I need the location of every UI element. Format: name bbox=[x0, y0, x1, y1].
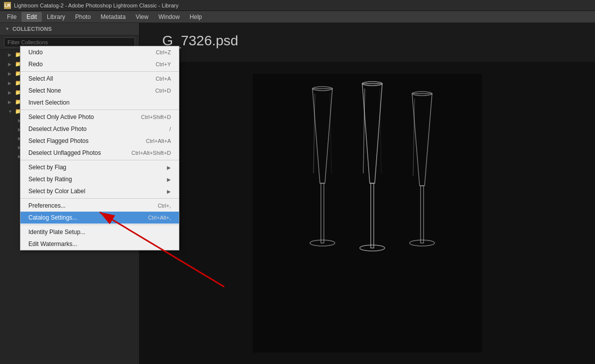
catalog-settings-shortcut: Ctrl+Alt+, bbox=[148, 215, 171, 221]
redo-label: Redo bbox=[28, 61, 43, 68]
select-by-rating-arrow: ▶ bbox=[167, 177, 171, 182]
menu-edit[interactable]: Edit bbox=[21, 12, 42, 22]
svg-rect-0 bbox=[253, 74, 482, 353]
select-by-flag-arrow: ▶ bbox=[167, 165, 171, 170]
edit-watermarks-label: Edit Watermarks... bbox=[28, 241, 77, 247]
expand-arrow-d-studios-2019: ▶ bbox=[8, 100, 13, 105]
menu-section-3: Select Only Active Photo Ctrl+Shift+D De… bbox=[20, 111, 179, 159]
dropdown-menu: Undo Ctrl+Z Redo Ctrl+Y Select All Ctrl+… bbox=[20, 46, 179, 250]
expand-arrow-my-pictures: ▼ bbox=[8, 109, 13, 114]
menu-item-identity-plate[interactable]: Identity Plate Setup... bbox=[20, 226, 179, 238]
menu-item-select-by-rating[interactable]: Select by Rating ▶ bbox=[20, 173, 179, 185]
deselect-active-label: Deselect Active Photo bbox=[28, 125, 87, 132]
expand-arrow-d-studios-2015: ▶ bbox=[8, 62, 13, 67]
select-flagged-label: Select Flagged Photos bbox=[28, 137, 89, 144]
menu-window[interactable]: Window bbox=[153, 12, 185, 22]
select-by-color-arrow: ▶ bbox=[167, 189, 171, 194]
select-only-active-shortcut: Ctrl+Shift+D bbox=[141, 114, 171, 120]
preferences-label: Preferences... bbox=[28, 202, 66, 209]
menu-photo[interactable]: Photo bbox=[70, 12, 96, 22]
catalog-settings-label: Catalog Settings... bbox=[28, 214, 77, 221]
select-none-label: Select None bbox=[28, 87, 61, 94]
menu-section-1: Undo Ctrl+Z Redo Ctrl+Y bbox=[20, 46, 179, 70]
menu-item-preferences[interactable]: Preferences... Ctrl+, bbox=[20, 200, 179, 212]
deselect-active-shortcut: / bbox=[169, 126, 171, 132]
glasses-container bbox=[140, 62, 595, 364]
menu-bar: File Edit Library Photo Metadata View Wi… bbox=[0, 11, 595, 23]
expand-arrow-d-studios-2017: ▶ bbox=[8, 81, 13, 86]
deselect-unflagged-shortcut: Ctrl+Alt+Shift+D bbox=[132, 150, 171, 156]
menu-item-select-none[interactable]: Select None Ctrl+D bbox=[20, 85, 179, 97]
app-icon: LR bbox=[4, 2, 11, 9]
separator-4 bbox=[20, 198, 179, 199]
menu-library[interactable]: Library bbox=[42, 12, 70, 22]
expand-arrow-d-studios-2018: ▶ bbox=[8, 90, 13, 95]
redo-shortcut: Ctrl+Y bbox=[155, 61, 171, 67]
collections-header[interactable]: ▼ Collections bbox=[0, 23, 139, 35]
menu-metadata[interactable]: Metadata bbox=[96, 12, 131, 22]
menu-section-5: Preferences... Ctrl+, Catalog Settings..… bbox=[20, 200, 179, 224]
center-area: _G_7326.psd x 5206 bbox=[140, 23, 595, 364]
select-by-color-label: Select by Color Label bbox=[28, 188, 85, 195]
menu-item-undo[interactable]: Undo Ctrl+Z bbox=[20, 46, 179, 58]
image-dimensions: x 5206 bbox=[154, 49, 580, 57]
menu-item-select-by-flag[interactable]: Select by Flag ▶ bbox=[20, 161, 179, 173]
image-filename: _G_7326.psd bbox=[154, 33, 580, 49]
select-by-flag-label: Select by Flag bbox=[28, 164, 66, 171]
preferences-shortcut: Ctrl+, bbox=[157, 203, 171, 209]
collections-title: Collections bbox=[12, 26, 52, 32]
menu-section-4: Select by Flag ▶ Select by Rating ▶ Sele… bbox=[20, 161, 179, 197]
undo-label: Undo bbox=[28, 49, 43, 56]
menu-view[interactable]: View bbox=[131, 12, 153, 22]
title-bar: LR Lightroom Catalog-2 - Adobe Photoshop… bbox=[0, 0, 595, 11]
image-header: _G_7326.psd x 5206 bbox=[140, 23, 595, 62]
menu-section-2: Select All Ctrl+A Select None Ctrl+D Inv… bbox=[20, 73, 179, 109]
menu-help[interactable]: Help bbox=[185, 12, 207, 22]
separator-3 bbox=[20, 160, 179, 160]
champagne-glasses-image bbox=[253, 74, 482, 353]
menu-item-deselect-unflagged[interactable]: Deselect Unflagged Photos Ctrl+Alt+Shift… bbox=[20, 147, 179, 159]
photo-area bbox=[140, 62, 595, 364]
expand-arrow-d-studios-2014: ▶ bbox=[8, 52, 13, 57]
window-title: Lightroom Catalog-2 - Adobe Photoshop Li… bbox=[14, 2, 178, 8]
menu-file[interactable]: File bbox=[2, 12, 21, 22]
invert-selection-label: Invert Selection bbox=[28, 99, 70, 106]
menu-item-deselect-active[interactable]: Deselect Active Photo / bbox=[20, 123, 179, 135]
separator-2 bbox=[20, 110, 179, 110]
menu-item-invert-selection[interactable]: Invert Selection bbox=[20, 97, 179, 109]
select-all-label: Select All bbox=[28, 75, 53, 82]
select-by-rating-label: Select by Rating bbox=[28, 176, 72, 183]
menu-item-redo[interactable]: Redo Ctrl+Y bbox=[20, 58, 179, 70]
collections-triangle: ▼ bbox=[5, 26, 9, 31]
select-only-active-label: Select Only Active Photo bbox=[28, 114, 94, 121]
menu-item-catalog-settings[interactable]: Catalog Settings... Ctrl+Alt+, bbox=[20, 212, 179, 224]
menu-item-select-by-color[interactable]: Select by Color Label ▶ bbox=[20, 185, 179, 197]
separator-5 bbox=[20, 225, 179, 225]
expand-arrow-d-studios-2016: ▶ bbox=[8, 71, 13, 76]
menu-item-select-flagged[interactable]: Select Flagged Photos Ctrl+Alt+A bbox=[20, 135, 179, 147]
identity-plate-label: Identity Plate Setup... bbox=[28, 229, 85, 236]
menu-item-edit-watermarks[interactable]: Edit Watermarks... bbox=[20, 238, 179, 250]
menu-item-select-all[interactable]: Select All Ctrl+A bbox=[20, 73, 179, 85]
undo-shortcut: Ctrl+Z bbox=[156, 49, 171, 55]
menu-item-select-only-active[interactable]: Select Only Active Photo Ctrl+Shift+D bbox=[20, 111, 179, 123]
select-flagged-shortcut: Ctrl+Alt+A bbox=[146, 138, 171, 144]
main-content: ▼ Collections ▶📁D Studios 2014▶📁D Studio… bbox=[0, 23, 595, 364]
select-all-shortcut: Ctrl+A bbox=[155, 76, 171, 82]
separator-1 bbox=[20, 71, 179, 72]
menu-section-6: Identity Plate Setup... Edit Watermarks.… bbox=[20, 226, 179, 250]
select-none-shortcut: Ctrl+D bbox=[155, 88, 171, 94]
deselect-unflagged-label: Deselect Unflagged Photos bbox=[28, 149, 101, 156]
